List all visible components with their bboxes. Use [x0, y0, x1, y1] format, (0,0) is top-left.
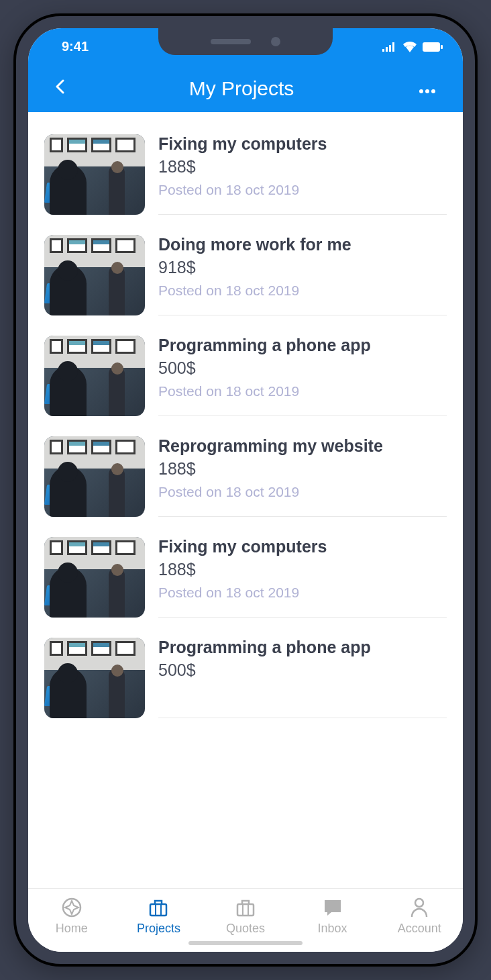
battery-icon	[423, 42, 443, 52]
project-price: 500$	[158, 358, 447, 378]
project-info: Fixing my computers 188$ Posted on 18 oc…	[158, 537, 447, 618]
svg-rect-9	[237, 904, 254, 916]
svg-point-4	[431, 89, 435, 93]
project-price: 188$	[158, 560, 447, 579]
project-info: Programming a phone app 500$	[158, 638, 447, 718]
project-thumbnail	[44, 436, 145, 517]
wifi-icon	[402, 42, 417, 52]
project-item[interactable]: Fixing my computers 188$ Posted on 18 oc…	[28, 124, 463, 225]
more-button[interactable]	[412, 72, 443, 105]
tab-label: Inbox	[318, 922, 347, 936]
tab-projects[interactable]: Projects	[125, 897, 192, 936]
signal-icon	[382, 42, 397, 52]
project-thumbnail	[44, 336, 145, 416]
project-date: Posted on 18 oct 2019	[158, 585, 447, 601]
tab-label: Quotes	[226, 922, 265, 936]
briefcase-icon	[235, 897, 256, 918]
tab-inbox[interactable]: Inbox	[299, 897, 366, 936]
tab-home[interactable]: Home	[38, 897, 105, 936]
svg-point-3	[425, 89, 429, 93]
svg-rect-0	[423, 42, 440, 52]
project-item[interactable]: Fixing my computers 188$ Posted on 18 oc…	[28, 527, 463, 628]
tab-label: Home	[56, 922, 88, 936]
project-title: Doing more work for me	[158, 235, 447, 254]
project-item[interactable]: Reprogramming my website 188$ Posted on …	[28, 426, 463, 527]
home-indicator[interactable]	[188, 941, 303, 945]
project-info: Doing more work for me 918$ Posted on 18…	[158, 235, 447, 315]
project-date: Posted on 18 oct 2019	[158, 182, 447, 198]
page-title: My Projects	[189, 77, 294, 100]
project-thumbnail	[44, 638, 145, 718]
project-title: Fixing my computers	[158, 537, 447, 556]
project-thumbnail	[44, 537, 145, 618]
project-info: Programming a phone app 500$ Posted on 1…	[158, 336, 447, 416]
project-info: Reprogramming my website 188$ Posted on …	[158, 436, 447, 517]
project-item[interactable]: Programming a phone app 500$ Posted on 1…	[28, 326, 463, 426]
project-list[interactable]: Fixing my computers 188$ Posted on 18 oc…	[28, 112, 463, 888]
project-price: 918$	[158, 258, 447, 277]
svg-point-2	[419, 89, 423, 93]
tab-account[interactable]: Account	[386, 897, 453, 936]
chevron-left-icon	[55, 79, 64, 94]
person-icon	[408, 897, 430, 918]
project-item[interactable]: Programming a phone app 500$	[28, 628, 463, 728]
ellipsis-icon	[419, 89, 436, 94]
briefcase-icon	[148, 897, 169, 918]
project-price: 188$	[158, 157, 447, 177]
notch-speaker	[211, 39, 251, 44]
project-date: Posted on 18 oct 2019	[158, 484, 447, 500]
back-button[interactable]	[48, 72, 71, 105]
svg-rect-6	[150, 904, 166, 916]
project-thumbnail	[44, 134, 145, 215]
project-info: Fixing my computers 188$ Posted on 18 oc…	[158, 134, 447, 215]
project-date: Posted on 18 oct 2019	[158, 383, 447, 399]
svg-rect-1	[441, 45, 443, 49]
page-header: My Projects	[28, 65, 463, 112]
project-thumbnail	[44, 235, 145, 315]
chat-icon	[322, 897, 343, 918]
phone-screen: 9:41 My Projects	[28, 28, 463, 952]
notch-camera	[271, 37, 280, 46]
project-price: 500$	[158, 660, 447, 680]
compass-icon	[61, 897, 83, 918]
project-title: Reprogramming my website	[158, 436, 447, 456]
tab-quotes[interactable]: Quotes	[212, 897, 279, 936]
project-date: Posted on 18 oct 2019	[158, 283, 447, 299]
tab-label: Projects	[137, 922, 180, 936]
project-title: Fixing my computers	[158, 134, 447, 154]
project-title: Programming a phone app	[158, 336, 447, 355]
phone-notch	[158, 28, 333, 55]
status-time: 9:41	[48, 39, 89, 54]
tab-label: Account	[398, 922, 441, 936]
project-title: Programming a phone app	[158, 638, 447, 657]
status-icons	[382, 42, 443, 52]
project-price: 188$	[158, 459, 447, 479]
project-item[interactable]: Doing more work for me 918$ Posted on 18…	[28, 225, 463, 326]
phone-frame: 9:41 My Projects	[13, 13, 478, 967]
svg-point-12	[415, 899, 423, 907]
